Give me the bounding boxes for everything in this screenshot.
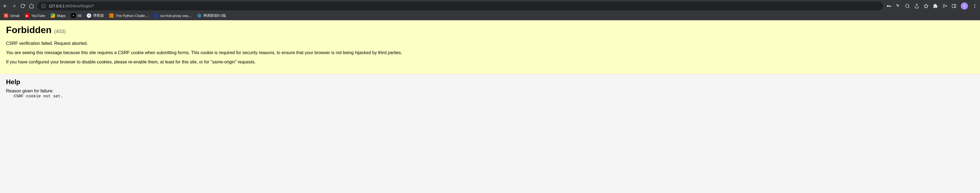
bookmark-label: 博客园 [93,13,104,18]
svg-rect-12 [952,5,956,8]
password-key-icon[interactable] [886,3,891,8]
bookmark-bokeyuan[interactable]: 博 博客园 [87,13,104,18]
url-port: :8004 [65,4,74,8]
scihub-icon [154,13,158,18]
bookmark-python-challenge[interactable]: The Python Challe… [109,13,148,18]
bookmark-label: 网易邮箱6.0版 [204,13,226,18]
svg-point-4 [905,4,909,7]
error-message-2: You are seeing this message because this… [6,49,974,56]
bookmark-scihub[interactable]: sci-hub proxy sea… [154,13,192,18]
bookmark-youtube[interactable]: ▶ YouTube [25,13,45,18]
reload-button[interactable] [20,3,25,8]
svg-marker-7 [924,4,928,8]
reading-list-icon[interactable] [942,3,947,8]
person-icon: ✶ [71,13,76,18]
bookmark-label: The Python Challe… [116,14,148,18]
help-reason-code: CSRF cookie not set. [6,94,974,99]
bookmark-label: Gmail [10,14,19,18]
error-message-1: CSRF verification failed. Request aborte… [6,40,974,47]
help-reason-label: Reason given for failure: [6,89,974,93]
error-title-text: Forbidden [6,25,51,35]
svg-marker-11 [946,5,947,7]
url-text: 127.0.0.1:8004/csrf/login/? [49,4,94,8]
bookmark-label: sci-hub proxy sea… [160,14,192,18]
bookmark-star-icon[interactable] [924,3,929,8]
error-section: Forbidden (403) CSRF verification failed… [0,20,980,74]
svg-point-3 [887,5,889,7]
svg-point-14 [975,4,975,5]
error-message-3: If you have configured your browser to d… [6,59,974,65]
bookmark-netease[interactable]: 🌐 网易邮箱6.0版 [197,13,226,18]
globe-icon: 🌐 [197,13,202,18]
forward-button[interactable] [11,3,16,8]
cnblogs-icon: 博 [87,13,91,18]
translate-icon[interactable] [896,3,900,8]
bookmark-label: 56 [78,14,81,18]
side-panel-icon[interactable] [951,3,956,8]
extensions-icon[interactable] [933,3,938,8]
svg-point-16 [975,7,975,8]
url-host: 127.0.0.1 [49,4,65,8]
back-button[interactable] [3,3,8,8]
gmail-icon: M [4,13,8,18]
help-title: Help [6,78,974,86]
svg-point-15 [975,6,975,6]
bookmark-gmail[interactable]: M Gmail [4,13,19,18]
site-info-icon[interactable] [41,3,46,8]
page-content: Forbidden (403) CSRF verification failed… [0,20,980,103]
browser-toolbar: 127.0.0.1:8004/csrf/login/? [0,0,980,12]
bookmark-label: YouTube [31,14,45,18]
nav-buttons [3,3,34,8]
bookmark-label: Maps [57,14,66,18]
zoom-icon[interactable] [905,3,910,8]
bookmark-maps[interactable]: Maps [51,13,66,18]
youtube-icon: ▶ [25,13,29,18]
error-code: (403) [54,29,66,34]
python-challenge-icon [109,13,114,18]
url-path: /csrf/login/? [74,4,94,8]
page-title: Forbidden (403) [6,25,974,35]
bookmarks-bar: M Gmail ▶ YouTube Maps ✶ 56 博 博客园 The Py… [0,12,980,20]
bookmark-56[interactable]: ✶ 56 [71,13,81,18]
browser-chrome: 127.0.0.1:8004/csrf/login/? [0,0,980,20]
address-bar[interactable]: 127.0.0.1:8004/csrf/login/? [37,2,883,10]
maps-icon [51,13,55,18]
share-icon[interactable] [914,3,919,8]
toolbar-right: Y [886,2,977,9]
home-button[interactable] [29,3,34,8]
profile-avatar[interactable]: Y [961,2,968,9]
help-section: Help Reason given for failure: CSRF cook… [0,74,980,103]
svg-line-5 [908,7,909,8]
menu-icon[interactable] [972,3,977,8]
